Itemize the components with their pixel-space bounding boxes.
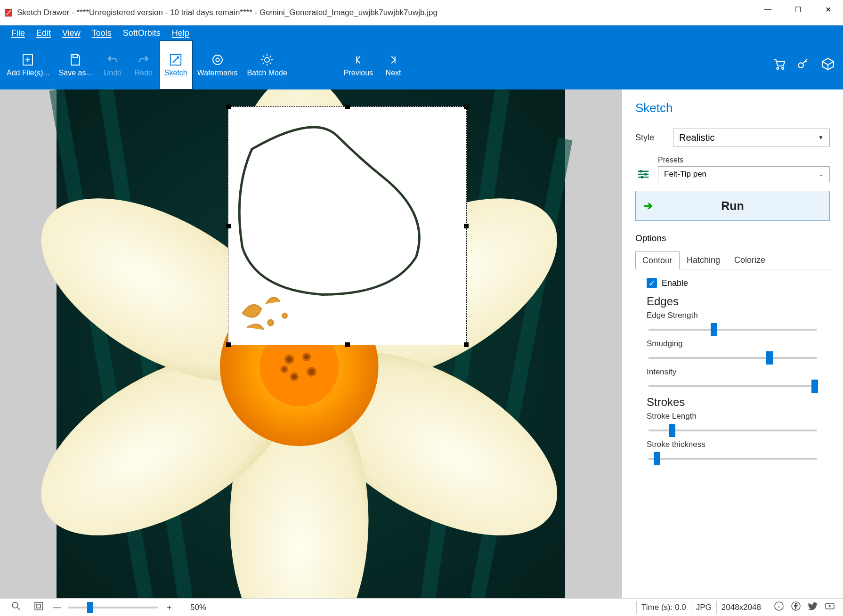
resize-handle[interactable] bbox=[464, 342, 469, 347]
maximize-button[interactable]: ☐ bbox=[783, 0, 813, 19]
key-icon[interactable] bbox=[796, 57, 811, 73]
watermarks-button[interactable]: Watermarks bbox=[193, 41, 243, 89]
resize-handle[interactable] bbox=[464, 224, 469, 228]
svg-point-4 bbox=[213, 55, 222, 65]
zoom-slider[interactable] bbox=[68, 607, 158, 608]
chevron-down-icon: ▼ bbox=[818, 134, 824, 141]
presets-select[interactable]: Felt-Tip pen ⌄ bbox=[658, 166, 830, 182]
style-label: Style bbox=[635, 133, 664, 143]
edge-strength-slider[interactable] bbox=[648, 329, 817, 331]
zoom-value: 50% bbox=[190, 603, 206, 612]
svg-point-19 bbox=[303, 354, 310, 361]
svg-point-20 bbox=[308, 368, 316, 376]
zoom-fit-icon[interactable] bbox=[27, 600, 50, 614]
edges-heading: Edges bbox=[647, 295, 830, 308]
smudging-slider[interactable] bbox=[648, 357, 817, 359]
window-title: Sketch Drawer - ****Unregistered version… bbox=[17, 8, 839, 17]
intensity-label: Intensity bbox=[647, 367, 819, 377]
status-bar: — ＋ 50% Time (s): 0.0 JPG 2048x2048 bbox=[0, 598, 843, 616]
svg-point-18 bbox=[285, 356, 293, 364]
save-as-button[interactable]: Save as... bbox=[54, 41, 97, 89]
resize-handle[interactable] bbox=[226, 342, 231, 347]
previous-button[interactable]: Previous bbox=[339, 41, 378, 89]
sketch-mode-button[interactable]: Sketch bbox=[159, 41, 193, 89]
tab-hatching[interactable]: Hatching bbox=[680, 251, 727, 269]
close-button[interactable]: ✕ bbox=[813, 0, 843, 19]
svg-point-7 bbox=[782, 67, 784, 69]
options-tabs: Contour Hatching Colorize bbox=[635, 251, 830, 269]
resize-handle[interactable] bbox=[345, 342, 350, 347]
tab-colorize[interactable]: Colorize bbox=[727, 251, 772, 269]
enable-checkbox[interactable]: ✓ bbox=[647, 278, 657, 288]
svg-point-6 bbox=[777, 67, 778, 69]
svg-point-5 bbox=[265, 57, 269, 62]
facebook-icon[interactable] bbox=[787, 600, 804, 614]
svg-rect-27 bbox=[645, 173, 647, 176]
chevron-down-icon: ⌄ bbox=[819, 171, 824, 178]
enable-label: Enable bbox=[662, 278, 688, 288]
time-value: Time (s): 0.0 bbox=[641, 603, 686, 612]
title-bar: Sketch Drawer - ****Unregistered version… bbox=[0, 0, 843, 25]
undo-button: Undo bbox=[97, 41, 128, 89]
format-value: JPG bbox=[696, 603, 712, 612]
svg-rect-30 bbox=[35, 602, 42, 610]
menu-bar: File Edit View Tools SoftOrbits Help bbox=[0, 25, 843, 41]
batch-mode-button[interactable]: Batch Mode bbox=[242, 41, 292, 89]
presets-label: Presets bbox=[658, 156, 830, 164]
app-icon bbox=[4, 8, 13, 17]
add-files-button[interactable]: Add File(s)... bbox=[2, 41, 54, 89]
svg-point-21 bbox=[291, 373, 298, 381]
preview-selection[interactable] bbox=[228, 106, 467, 345]
edge-strength-label: Edge Strength bbox=[647, 311, 819, 320]
smudging-label: Smudging bbox=[647, 339, 819, 349]
options-label: Options bbox=[635, 233, 830, 243]
run-arrow-icon: ➔ bbox=[643, 199, 653, 212]
stroke-length-slider[interactable] bbox=[648, 430, 817, 431]
dimensions-value: 2048x2048 bbox=[721, 603, 761, 612]
ribbon-toolbar: Add File(s)... Save as... Undo Redo Sket… bbox=[0, 41, 843, 89]
panel-title: Sketch bbox=[635, 101, 830, 115]
presets-settings-icon[interactable] bbox=[635, 166, 651, 182]
youtube-icon[interactable] bbox=[821, 600, 838, 614]
zoom-out-button[interactable]: — bbox=[50, 603, 64, 612]
sketch-preview bbox=[228, 107, 466, 345]
zoom-in-button[interactable]: ＋ bbox=[162, 602, 176, 613]
stroke-thickness-slider[interactable] bbox=[648, 458, 817, 460]
stroke-thickness-label: Stroke thickness bbox=[647, 440, 819, 449]
resize-handle[interactable] bbox=[345, 105, 350, 109]
svg-rect-26 bbox=[640, 170, 642, 172]
canvas-area[interactable] bbox=[0, 89, 622, 598]
run-button[interactable]: ➔ Run bbox=[635, 191, 830, 221]
zoom-actual-icon[interactable] bbox=[5, 600, 27, 614]
next-button[interactable]: Next bbox=[378, 41, 409, 89]
resize-handle[interactable] bbox=[226, 224, 231, 228]
menu-softorbits[interactable]: SoftOrbits bbox=[117, 26, 166, 40]
svg-point-29 bbox=[12, 602, 18, 608]
menu-help[interactable]: Help bbox=[166, 26, 195, 40]
svg-point-24 bbox=[268, 320, 274, 325]
resize-handle[interactable] bbox=[464, 105, 469, 109]
menu-file[interactable]: File bbox=[6, 26, 31, 40]
svg-point-25 bbox=[283, 313, 287, 318]
svg-rect-31 bbox=[37, 604, 41, 608]
strokes-heading: Strokes bbox=[647, 396, 830, 409]
sketch-panel: Sketch Style Realistic ▼ Presets Felt-Ti… bbox=[622, 89, 843, 598]
svg-point-22 bbox=[281, 366, 287, 373]
stroke-length-label: Stroke Length bbox=[647, 412, 819, 421]
svg-rect-2 bbox=[73, 55, 78, 57]
menu-tools[interactable]: Tools bbox=[86, 26, 117, 40]
svg-point-8 bbox=[798, 63, 803, 68]
twitter-icon[interactable] bbox=[804, 600, 821, 614]
minimize-button[interactable]: — bbox=[753, 0, 783, 19]
package-icon[interactable] bbox=[820, 57, 835, 73]
info-icon[interactable] bbox=[770, 600, 787, 614]
style-select[interactable]: Realistic ▼ bbox=[673, 129, 830, 146]
tab-contour[interactable]: Contour bbox=[635, 251, 680, 269]
redo-button: Redo bbox=[128, 41, 159, 89]
intensity-slider[interactable] bbox=[648, 385, 817, 387]
menu-view[interactable]: View bbox=[57, 26, 86, 40]
cart-icon[interactable] bbox=[771, 57, 786, 73]
menu-edit[interactable]: Edit bbox=[31, 26, 57, 40]
svg-rect-28 bbox=[641, 176, 643, 178]
resize-handle[interactable] bbox=[226, 105, 231, 109]
